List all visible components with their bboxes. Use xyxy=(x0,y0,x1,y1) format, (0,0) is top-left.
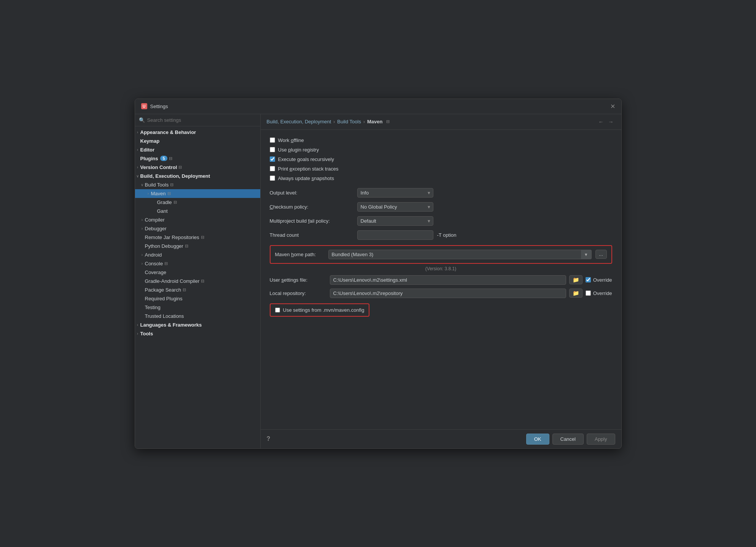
sidebar-arrow-appearance: › xyxy=(135,130,140,134)
multiproject-policy-select[interactable]: Default At End Never Fail Fast xyxy=(357,216,433,226)
nav-forward-arrow[interactable]: → xyxy=(607,118,615,126)
sidebar-item-plugins[interactable]: Plugins5⊟ xyxy=(135,154,260,163)
sidebar-item-gradle[interactable]: Gradle⊟ xyxy=(135,198,260,207)
sidebar-item-console[interactable]: ›Console⊟ xyxy=(135,259,260,268)
sidebar-db-icon-python-debugger: ⊟ xyxy=(185,244,188,249)
sidebar-item-python-debugger[interactable]: Python Debugger⊟ xyxy=(135,242,260,250)
close-button[interactable]: ✕ xyxy=(610,103,615,110)
ok-button[interactable]: OK xyxy=(526,434,549,445)
breadcrumb-item-3[interactable]: Maven xyxy=(367,119,382,124)
sidebar-item-testing[interactable]: Testing xyxy=(135,303,260,312)
sidebar-item-keymap[interactable]: Keymap xyxy=(135,137,260,145)
cancel-button[interactable]: Cancel xyxy=(552,434,584,445)
local-repository-row: Local repository: 📁 Override xyxy=(270,289,612,298)
sidebar-item-compiler[interactable]: ›Compiler xyxy=(135,215,260,224)
local-repository-input[interactable] xyxy=(330,289,566,298)
output-level-select[interactable]: Info Debug Warning Error xyxy=(357,188,433,198)
search-icon: 🔍 xyxy=(139,117,145,123)
sidebar-label-testing: Testing xyxy=(145,305,161,310)
sidebar-item-package-search[interactable]: Package Search⊟ xyxy=(135,285,260,294)
nav-arrows: ← → xyxy=(597,118,615,126)
work-offline-checkbox[interactable] xyxy=(270,137,275,143)
thread-count-input[interactable] xyxy=(357,230,433,240)
user-settings-folder-button[interactable]: 📁 xyxy=(569,275,583,284)
maven-home-dropdown-button[interactable]: ▾ xyxy=(581,250,592,259)
sidebar-item-gant[interactable]: Gant xyxy=(135,207,260,215)
sidebar-db-icon-maven: ⊟ xyxy=(167,191,171,196)
breadcrumb-sep-2: › xyxy=(363,119,365,124)
dialog-body: 🔍 ›Appearance & BehaviorKeymap›EditorPlu… xyxy=(135,114,621,448)
sidebar-arrow-maven: › xyxy=(146,191,151,196)
search-box[interactable]: 🔍 xyxy=(135,114,260,126)
nav-back-arrow[interactable]: ← xyxy=(597,118,605,126)
sidebar-db-icon-build-tools: ⊟ xyxy=(170,182,173,187)
use-settings-checkbox[interactable] xyxy=(275,308,280,313)
content-area: Work offline Use plugin registry Execute… xyxy=(261,130,621,429)
multiproject-policy-row: Multiproject build fail policy: Default … xyxy=(270,216,612,226)
sidebar-item-required-plugins[interactable]: Required Plugins xyxy=(135,294,260,303)
sidebar-item-gradle-android[interactable]: Gradle-Android Compiler⊟ xyxy=(135,277,260,285)
sidebar-item-build-tools[interactable]: ∨Build Tools⊟ xyxy=(135,180,260,189)
sidebar-item-remote-jar[interactable]: Remote Jar Repositories⊟ xyxy=(135,233,260,242)
output-level-row: Output level: Info Debug Warning Error xyxy=(270,188,612,198)
thread-count-label: Thread count xyxy=(270,232,353,238)
local-repository-folder-button[interactable]: 📁 xyxy=(569,289,583,298)
checksum-policy-select-wrapper: No Global Policy Strict Lenient xyxy=(357,202,433,212)
breadcrumb-item-1[interactable]: Build, Execution, Deployment xyxy=(267,119,331,124)
sidebar-label-editor: Editor xyxy=(140,147,155,153)
local-repository-label: Local repository: xyxy=(270,290,327,296)
checksum-policy-select[interactable]: No Global Policy Strict Lenient xyxy=(357,202,433,212)
print-exception-row: Print exception stack traces xyxy=(270,166,612,172)
sidebar-label-build-exec-deploy: Build, Execution, Deployment xyxy=(140,173,210,179)
sidebar-db-icon-remote-jar: ⊟ xyxy=(201,235,204,240)
sidebar-label-gradle-android: Gradle-Android Compiler xyxy=(145,278,200,284)
sidebar-item-appearance[interactable]: ›Appearance & Behavior xyxy=(135,128,260,137)
sidebar-item-languages-frameworks[interactable]: ›Languages & Frameworks xyxy=(135,321,260,329)
sidebar-item-tools[interactable]: ›Tools xyxy=(135,329,260,338)
sidebar-label-appearance: Appearance & Behavior xyxy=(140,129,196,135)
sidebar-item-editor[interactable]: ›Editor xyxy=(135,145,260,154)
search-input[interactable] xyxy=(147,117,256,123)
sidebar-item-coverage[interactable]: Coverage xyxy=(135,268,260,277)
maven-home-input[interactable] xyxy=(328,250,592,259)
maven-more-button[interactable]: … xyxy=(595,250,607,259)
sidebar-db-icon-plugins: ⊟ xyxy=(169,156,172,161)
settings-dialog: U Settings ✕ 🔍 ›Appearance & BehaviorKey… xyxy=(135,99,622,449)
sidebar-badge-plugins: 5 xyxy=(160,156,167,161)
always-update-label: Always update snapshots xyxy=(278,175,334,181)
use-settings-section: Use settings from .mvn/maven.config xyxy=(270,303,370,317)
plugin-registry-label: Use plugin registry xyxy=(278,147,319,153)
multiproject-policy-label: Multiproject build fail policy: xyxy=(270,218,353,224)
work-offline-label: Work offline xyxy=(278,137,304,143)
sidebar-item-debugger[interactable]: ›Debugger xyxy=(135,224,260,233)
thread-count-row: Thread count -T option xyxy=(270,230,612,240)
user-settings-row: User settings file: 📁 Override xyxy=(270,275,612,285)
breadcrumb-item-2[interactable]: Build Tools xyxy=(337,119,361,124)
local-repository-override-checkbox[interactable] xyxy=(586,290,591,296)
user-settings-override-checkbox[interactable] xyxy=(586,277,591,282)
sidebar-item-android[interactable]: ›Android xyxy=(135,250,260,259)
sidebar-item-version-control[interactable]: ›Version Control⊟ xyxy=(135,163,260,172)
execute-goals-checkbox[interactable] xyxy=(270,156,275,162)
execute-goals-row: Execute goals recursively xyxy=(270,156,612,162)
apply-button[interactable]: Apply xyxy=(587,434,615,445)
breadcrumb-sep-1: › xyxy=(333,119,335,124)
plugin-registry-checkbox[interactable] xyxy=(270,147,275,152)
sidebar-arrow-editor: › xyxy=(135,148,140,152)
sidebar-label-tools: Tools xyxy=(140,331,153,336)
sidebar-arrow-version-control: › xyxy=(135,165,140,169)
always-update-checkbox[interactable] xyxy=(270,175,275,181)
sidebar-item-trusted-locations[interactable]: Trusted Locations xyxy=(135,312,260,321)
sidebar-item-maven[interactable]: ›Maven⊟ xyxy=(135,189,260,198)
print-exception-checkbox[interactable] xyxy=(270,166,275,171)
title-bar: U Settings ✕ xyxy=(135,99,621,114)
t-option-label: -T option xyxy=(437,232,457,238)
user-settings-input[interactable] xyxy=(330,275,566,285)
help-button[interactable]: ? xyxy=(267,435,271,442)
sidebar-label-package-search: Package Search xyxy=(145,287,181,293)
sidebar-label-gant: Gant xyxy=(157,208,168,214)
dialog-title: Settings xyxy=(150,104,610,109)
sidebar-label-version-control: Version Control xyxy=(140,164,177,170)
sidebar-item-build-exec-deploy[interactable]: ∨Build, Execution, Deployment xyxy=(135,172,260,180)
user-settings-override-label: Override xyxy=(593,277,612,283)
